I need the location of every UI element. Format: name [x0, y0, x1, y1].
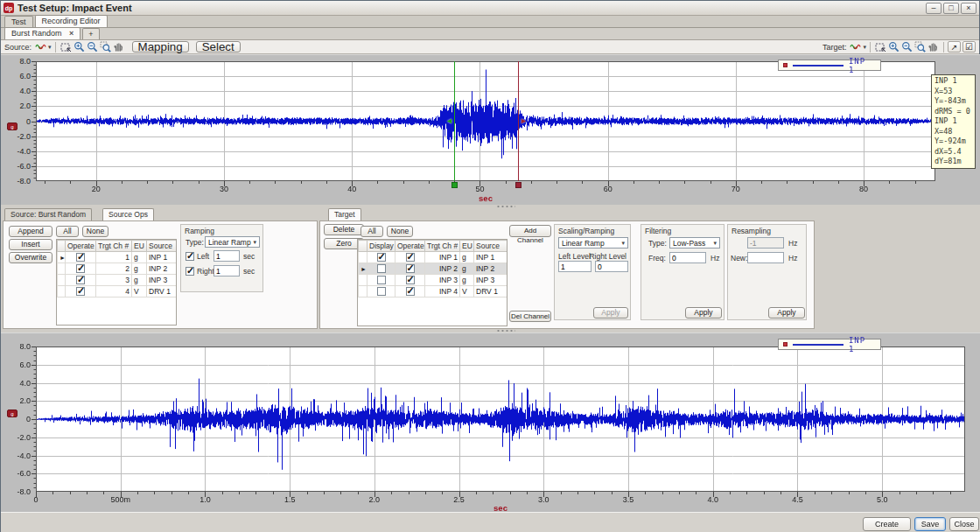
- record-legend[interactable]: INP 1: [778, 60, 881, 71]
- ramp-right-input[interactable]: [214, 265, 240, 276]
- operate-checkbox[interactable]: [76, 253, 85, 262]
- operate-checkbox[interactable]: [76, 276, 85, 284]
- operate-checkbox[interactable]: [406, 287, 415, 296]
- minimize-icon[interactable]: –: [926, 3, 942, 14]
- select-button[interactable]: Select: [196, 41, 241, 52]
- display-checkbox[interactable]: [377, 276, 386, 284]
- source-none-button[interactable]: None: [82, 226, 108, 237]
- output-legend[interactable]: INP 1: [778, 339, 881, 350]
- ramping-type-select[interactable]: Linear Ramp ▾: [205, 236, 260, 248]
- chevron-down-icon: ▾: [253, 239, 256, 246]
- target-waveform-icon[interactable]: [849, 41, 862, 52]
- source-toolbar-label: Source:: [4, 43, 32, 52]
- target-zoom-in-icon[interactable]: [887, 41, 900, 52]
- doc-tab-strip: Burst Random × +: [1, 28, 979, 40]
- pan-hand-icon[interactable]: [112, 41, 125, 52]
- table-row[interactable]: 3 g INP 3: [58, 275, 178, 286]
- append-button[interactable]: Append: [9, 226, 52, 237]
- tab-source-ops[interactable]: Source Ops: [102, 208, 154, 220]
- top-splitter-handle[interactable]: [496, 205, 515, 208]
- table-row[interactable]: 2 g INP 2: [58, 263, 178, 275]
- create-button[interactable]: Create: [863, 517, 911, 531]
- export-icon[interactable]: ↗: [948, 41, 961, 52]
- resample-apply-button[interactable]: Apply: [768, 307, 805, 318]
- save-button[interactable]: Save: [914, 517, 946, 531]
- insert-button[interactable]: Insert: [9, 239, 52, 250]
- legend-marker-icon: [783, 342, 788, 346]
- close-icon[interactable]: ×: [961, 3, 976, 14]
- title-bar[interactable]: dp Test Setup: Impact Event – □ ×: [1, 1, 979, 16]
- zoom-in-icon[interactable]: [73, 41, 86, 52]
- left-cursor-line[interactable]: [454, 61, 455, 181]
- filter-apply-button[interactable]: Apply: [685, 307, 722, 318]
- table-row[interactable]: 4 V DRV 1: [58, 286, 178, 298]
- table-row[interactable]: ► INP 2 g INP 2: [359, 263, 508, 275]
- zoom-out-icon[interactable]: [86, 41, 99, 52]
- x-tick-label: 70: [732, 185, 740, 193]
- y-tick-label: -6.0: [17, 469, 31, 478]
- operate-checkbox[interactable]: [406, 276, 415, 284]
- left-cursor-handle-icon[interactable]: ◄: [445, 116, 453, 125]
- table-row[interactable]: INP 1 g INP 1: [359, 252, 508, 263]
- tab-target[interactable]: Target: [328, 208, 361, 220]
- target-pan-hand-icon[interactable]: [927, 41, 940, 52]
- restore-icon[interactable]: □: [943, 3, 959, 14]
- operate-checkbox[interactable]: [76, 287, 85, 296]
- display-checkbox[interactable]: [377, 264, 386, 273]
- target-zoom-region-icon[interactable]: [914, 41, 927, 52]
- ramp-left-input[interactable]: [214, 250, 240, 262]
- target-zoom-out-icon[interactable]: [900, 41, 914, 52]
- record-x-axis-unit: sec: [36, 193, 935, 203]
- overwrite-button[interactable]: Overwrite: [9, 252, 52, 263]
- close-button[interactable]: Close: [949, 517, 979, 531]
- target-all-button[interactable]: All: [360, 226, 383, 237]
- table-row[interactable]: ► 1 g INP 1: [58, 252, 178, 263]
- ramp-right-checkbox[interactable]: [186, 267, 194, 276]
- delete-button[interactable]: Delete: [324, 224, 364, 235]
- left-level-input[interactable]: [558, 261, 592, 272]
- y-tick-label: 2.0: [19, 396, 31, 405]
- record-cursor-overlay: ◄►: [36, 61, 935, 181]
- record-x-axis-labels: 20304050607080: [36, 185, 935, 193]
- close-tab-icon[interactable]: ×: [69, 29, 74, 38]
- operate-checkbox[interactable]: [406, 253, 415, 262]
- operate-checkbox[interactable]: [76, 264, 85, 273]
- checkbox-tool-icon[interactable]: ☑: [962, 41, 976, 52]
- ramp-left-checkbox[interactable]: [186, 252, 194, 261]
- zoom-region-icon[interactable]: [99, 41, 112, 52]
- display-checkbox[interactable]: [377, 253, 386, 262]
- target-none-button[interactable]: None: [387, 226, 413, 237]
- tab-test[interactable]: Test: [4, 16, 33, 27]
- source-dropdown-caret-icon[interactable]: ▾: [48, 44, 52, 51]
- box-select-icon[interactable]: [60, 41, 73, 52]
- scaling-type-select[interactable]: Linear Ramp ▾: [558, 237, 628, 248]
- cursor-readout-tooltip: INP 1 X=53 Y=-843m dRMS = 0 INP 1 X=48 Y…: [931, 74, 976, 169]
- source-all-button[interactable]: All: [56, 226, 79, 237]
- source-waveform-icon[interactable]: [34, 41, 47, 52]
- target-box-select-icon[interactable]: [874, 41, 887, 52]
- scaling-apply-button[interactable]: Apply: [593, 307, 628, 318]
- table-row[interactable]: INP 3 g INP 3: [359, 275, 508, 286]
- tab-burst-random[interactable]: Burst Random ×: [4, 27, 80, 39]
- operate-checkbox[interactable]: [406, 264, 415, 273]
- right-cursor-handle-icon[interactable]: ►: [520, 116, 528, 125]
- target-dropdown-caret-icon[interactable]: ▾: [863, 44, 866, 51]
- legend-line-sample: [793, 344, 844, 346]
- y-tick-label: 8.0: [19, 342, 31, 351]
- filter-type-select[interactable]: Low-Pass ▾: [669, 237, 720, 248]
- table-row[interactable]: INP 4 V DRV 1: [359, 286, 508, 298]
- filter-freq-input[interactable]: [669, 252, 706, 263]
- add-tab-button[interactable]: +: [82, 28, 99, 39]
- new-rate-input[interactable]: [747, 252, 784, 263]
- del-channel-button[interactable]: Del Channel: [509, 311, 551, 322]
- target-channel-table: Display Operate Trgt Ch # EU Source INP …: [357, 239, 508, 326]
- display-checkbox[interactable]: [377, 287, 386, 296]
- y-tick-label: 6.0: [19, 72, 31, 80]
- tab-source-burst-random[interactable]: Source: Burst Random: [4, 208, 92, 220]
- add-channel-button[interactable]: Add Channel: [509, 225, 551, 237]
- tab-recording-editor[interactable]: Recording Editor: [35, 15, 108, 27]
- right-level-input[interactable]: [595, 261, 628, 272]
- right-cursor-line[interactable]: [518, 61, 519, 181]
- scaling-ramping-group: Scaling/Ramping Linear Ramp ▾ Left Level…: [554, 224, 631, 320]
- mapping-button[interactable]: Mapping: [132, 41, 189, 52]
